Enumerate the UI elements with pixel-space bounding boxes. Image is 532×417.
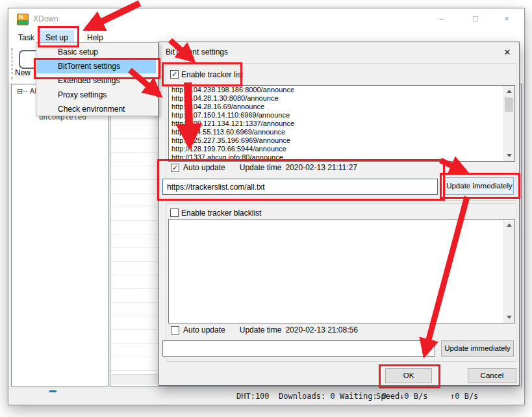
scroll-thumb[interactable] [505, 97, 513, 112]
status-blue-dash [49, 390, 57, 392]
tracker-auto-update-row: ✓ Auto update Update time 2020-02-13 21:… [171, 163, 357, 172]
status-dht: DHT:100 [236, 392, 270, 401]
app-icon [17, 14, 29, 25]
menu-item-extended-settings[interactable]: Extended settings [37, 73, 156, 88]
scroll-up-icon[interactable] [507, 223, 512, 227]
blacklist-auto-update-checkbox[interactable] [171, 326, 179, 335]
scroll-down-icon[interactable] [507, 154, 512, 157]
blacklist-update-immediately-button[interactable]: Update immediately [441, 340, 514, 357]
enable-tracker-blacklist-label: Enable tracker blacklist [181, 208, 261, 218]
update-time-value: 2020-02-13 21:08:56 [285, 325, 357, 335]
tracker-url[interactable]: http://104.28.16.69/announce [169, 103, 514, 111]
tracker-url[interactable]: http://114.55.113.60:6969/announce [169, 128, 514, 136]
tracker-url[interactable]: http://125.227.35.196:6969/announce [169, 136, 514, 145]
update-time-label: Update time [240, 325, 282, 335]
update-time-value: 2020-02-13 21:11:27 [285, 163, 357, 172]
dialog-title: BitTorrent settings [166, 47, 228, 57]
minimize-button[interactable]: – [428, 8, 455, 29]
setup-dropdown-menu: Basic setup BitTorrent settings Extended… [36, 42, 158, 116]
auto-update-label: Auto update [183, 163, 225, 172]
bittorrent-settings-dialog: BitTorrent settings ✕ ✓ Enable tracker l… [158, 42, 520, 386]
tracker-update-immediately-button[interactable]: Update immediately [445, 177, 514, 195]
tracker-url[interactable]: http://104.238.198.186:8000/announce [169, 86, 514, 94]
tracker-url[interactable]: http://128.199.70.66:5944/announce [169, 145, 514, 153]
blacklist-source-url-input[interactable] [162, 340, 435, 357]
tracker-auto-update-checkbox[interactable]: ✓ [171, 164, 179, 172]
ok-button[interactable]: OK [385, 368, 432, 383]
category-tree: ⊟·· All uncompleted [11, 84, 108, 386]
title-bar[interactable]: XDown – □ × [8, 8, 524, 30]
status-speed-down: Speed↓0 B/s [376, 392, 427, 401]
enable-tracker-blacklist-checkbox[interactable] [170, 208, 179, 217]
tracker-url[interactable]: http://104.28.1.30:8080/announce [169, 94, 514, 103]
dialog-close-icon[interactable]: ✕ [500, 46, 515, 59]
window-title: XDown [33, 14, 58, 23]
screenshot-root: XDown – □ × Task Set up Help New ⊟·· All… [0, 0, 532, 417]
maximize-button[interactable]: □ [462, 8, 489, 29]
cancel-button[interactable]: Cancel [468, 368, 516, 383]
blacklist-auto-update-row: Auto update Update time 2020-02-13 21:08… [171, 325, 358, 335]
scroll-down-icon[interactable] [507, 316, 512, 319]
horizontal-scrollbar[interactable] [111, 374, 162, 384]
menu-item-basic-setup[interactable]: Basic setup [37, 45, 156, 59]
enable-tracker-list-label: Enable tracker list [181, 70, 243, 79]
status-speed-up: ↑0 B/s [450, 392, 478, 401]
tracker-url[interactable]: http://107.150.14.110:6969/announce [169, 111, 514, 120]
menu-item-bittorrent-settings[interactable]: BitTorrent settings [37, 59, 156, 73]
close-button[interactable]: × [493, 8, 520, 29]
tracker-url[interactable]: http://109.121.134.121:1337/announce [169, 120, 514, 128]
status-downloads: Downloads: 0 Waiting: 0 [279, 392, 386, 401]
scroll-up-icon[interactable] [507, 90, 512, 93]
menu-item-proxy-settings[interactable]: Proxy settings [37, 88, 156, 102]
tracker-url[interactable]: http://1337.abcvg.info:80/announce [169, 153, 514, 162]
update-time-label: Update time [240, 163, 282, 172]
auto-update-label: Auto update [183, 325, 225, 335]
enable-tracker-list-checkbox[interactable]: ✓ [170, 70, 179, 79]
tracker-url-list[interactable]: http://104.238.198.186:8000/announce htt… [168, 85, 515, 162]
tracker-list-scrollbar[interactable] [503, 86, 514, 161]
tree-expand-icon[interactable]: ⊟·· [17, 87, 27, 95]
status-bar: DHT:100 Downloads: 0 Waiting: 0 Speed↓0 … [8, 388, 524, 405]
menu-item-check-environment[interactable]: Check environment [37, 102, 156, 116]
blacklist-scrollbar[interactable] [503, 220, 514, 323]
tracker-source-url-input[interactable] [162, 179, 438, 195]
tracker-blacklist-textarea[interactable] [168, 219, 515, 323]
